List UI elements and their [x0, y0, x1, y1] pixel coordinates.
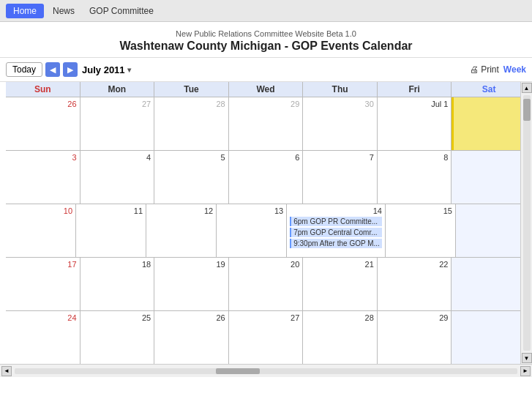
cell-jun29[interactable]: 29 — [229, 97, 304, 150]
header-mon: Mon — [80, 82, 155, 97]
printer-icon: 🖨 — [470, 64, 479, 75]
cell-jul8[interactable]: 8 — [378, 151, 452, 204]
cell-jul7[interactable]: 7 — [303, 151, 378, 204]
cell-jul26[interactable]: 26 — [154, 311, 229, 364]
print-button[interactable]: 🖨 Print — [470, 64, 499, 75]
scroll-thumb[interactable] — [523, 99, 531, 121]
calendar-body: 26 27 28 29 30 Jul 1 3 4 5 6 7 8 — [6, 97, 526, 364]
next-month-button[interactable]: ▶ — [63, 62, 78, 77]
header-tue: Tue — [154, 82, 229, 97]
month-label: July 2011 ▾ — [82, 64, 131, 75]
cell-jul2-today[interactable] — [452, 97, 526, 150]
header-sun: Sun — [6, 82, 80, 97]
bottom-scrollbar: ◄ ► — [0, 364, 532, 377]
h-scroll-thumb[interactable] — [216, 368, 260, 374]
header-sat: Sat — [452, 82, 526, 97]
cell-jun30[interactable]: 30 — [303, 97, 378, 150]
scroll-right-button[interactable]: ► — [520, 366, 531, 376]
scroll-track — [523, 95, 531, 351]
event-7pm[interactable]: 7pm GOP Central Comr... — [290, 228, 382, 237]
calendar-container: Sun Mon Tue Wed Thu Fri Sat 26 27 28 29 … — [6, 82, 526, 364]
nav-home-button[interactable]: Home — [6, 4, 44, 18]
cell-jul16[interactable] — [456, 204, 526, 257]
cell-jun28[interactable]: 28 — [154, 97, 229, 150]
cell-jul14[interactable]: 14 6pm GOP PR Committe... 7pm GOP Centra… — [287, 204, 386, 257]
page-title: Washtenaw County Michigan - GOP Events C… — [0, 40, 532, 53]
header-thu: Thu — [303, 82, 378, 97]
cell-jul27[interactable]: 27 — [229, 311, 304, 364]
calendar-week-1: 26 27 28 29 30 Jul 1 — [6, 97, 526, 151]
cell-jul28[interactable]: 28 — [303, 311, 378, 364]
toolbar-right: 🖨 Print Week — [470, 64, 526, 75]
cell-jul23[interactable] — [452, 258, 526, 310]
calendar-week-2: 3 4 5 6 7 8 — [6, 151, 526, 204]
cell-jul9[interactable] — [452, 151, 526, 204]
cell-jul18[interactable]: 18 — [80, 258, 155, 310]
event-930pm[interactable]: 9:30pm After the GOP M... — [290, 239, 382, 248]
cell-jul22[interactable]: 22 — [378, 258, 452, 310]
month-label-text: July 2011 — [82, 64, 125, 75]
page-subtitle: New Public Relations Committee Website B… — [0, 29, 532, 38]
cell-jul29[interactable]: 29 — [378, 311, 452, 364]
cell-jul24[interactable]: 24 — [6, 311, 80, 364]
cell-jul12[interactable]: 12 — [146, 204, 217, 257]
cell-jul13[interactable]: 13 — [217, 204, 287, 257]
vertical-scrollbar: ▲ ▼ — [520, 82, 532, 364]
cell-jul6[interactable]: 6 — [229, 151, 304, 204]
page-header: New Public Relations Committee Website B… — [0, 22, 532, 58]
event-6pm[interactable]: 6pm GOP PR Committe... — [290, 217, 382, 226]
week-button[interactable]: Week — [503, 64, 526, 75]
cell-jul20[interactable]: 20 — [229, 258, 304, 310]
cell-jul1[interactable]: Jul 1 — [378, 97, 452, 150]
cell-jul25[interactable]: 25 — [80, 311, 155, 364]
scroll-up-button[interactable]: ▲ — [522, 83, 532, 93]
nav-gop-committee-link[interactable]: GOP Committee — [83, 4, 160, 18]
calendar-header: Sun Mon Tue Wed Thu Fri Sat — [6, 82, 526, 97]
cell-jul4[interactable]: 4 — [80, 151, 155, 204]
nav-bar: Home News GOP Committee — [0, 0, 532, 22]
header-fri: Fri — [378, 82, 452, 97]
h-scroll-track — [15, 368, 517, 374]
scroll-left-button[interactable]: ◄ — [1, 366, 12, 376]
cell-jul19[interactable]: 19 — [154, 258, 229, 310]
calendar-toolbar: Today ◀ ▶ July 2011 ▾ 🖨 Print Week — [0, 58, 532, 82]
prev-month-button[interactable]: ◀ — [45, 62, 60, 77]
cell-jul21[interactable]: 21 — [303, 258, 378, 310]
cell-jun27[interactable]: 27 — [80, 97, 155, 150]
calendar-week-4: 17 18 19 20 21 22 — [6, 258, 526, 311]
scroll-down-button[interactable]: ▼ — [522, 353, 532, 363]
cell-jul11[interactable]: 11 — [76, 204, 146, 257]
cell-jul15[interactable]: 15 — [386, 204, 456, 257]
cell-jul5[interactable]: 5 — [154, 151, 229, 204]
nav-news-link[interactable]: News — [47, 4, 80, 18]
print-label: Print — [481, 64, 499, 75]
calendar-week-5: 24 25 26 27 28 29 — [6, 311, 526, 364]
cell-jul10[interactable]: 10 — [6, 204, 76, 257]
month-dropdown-arrow[interactable]: ▾ — [127, 66, 131, 74]
cell-jul17[interactable]: 17 — [6, 258, 80, 310]
cell-jun26[interactable]: 26 — [6, 97, 80, 150]
calendar-week-3: 10 11 12 13 14 6pm GOP PR Committe... 7p… — [6, 204, 526, 258]
header-wed: Wed — [229, 82, 304, 97]
cell-jul3[interactable]: 3 — [6, 151, 80, 204]
today-button[interactable]: Today — [6, 62, 42, 77]
cell-jul30[interactable] — [452, 311, 526, 364]
